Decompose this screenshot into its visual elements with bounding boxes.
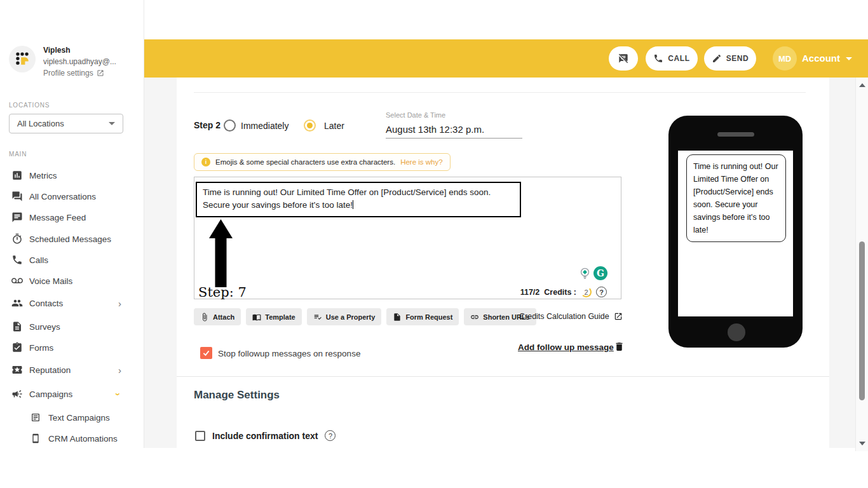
credits-calculation-guide-link[interactable]: Credits Calculation Guide	[519, 312, 623, 321]
credits-guide-label: Credits Calculation Guide	[519, 312, 609, 321]
sidebar-item-campaigns[interactable]: Campaigns ›	[0, 385, 144, 403]
datetime-input[interactable]: August 13th 12:32 p.m.	[386, 124, 484, 135]
composer-toolbar: Attach Template Use a Property Form Requ…	[194, 308, 536, 325]
arrow-up-annotation	[209, 219, 233, 287]
sidebar-item-label: Campaigns	[29, 390, 72, 399]
sidebar-item-label: Scheduled Messages	[29, 234, 111, 244]
scrollbar-thumb[interactable]	[859, 241, 865, 400]
credits-value: 2	[581, 287, 592, 297]
sidebar-item-label: Reputation	[29, 365, 71, 375]
user-avatar[interactable]: MD	[773, 46, 797, 71]
locations-select[interactable]: All Locations	[9, 114, 123, 133]
sidebar-item-scheduled-messages[interactable]: Scheduled Messages	[0, 230, 144, 248]
topbar: CALL SEND MD Account	[144, 39, 868, 78]
form-request-label: Form Request	[405, 313, 452, 321]
voicemail-icon	[11, 275, 23, 287]
template-button[interactable]: Template	[246, 308, 301, 325]
check-icon	[202, 349, 210, 357]
include-confirmation-label[interactable]: Include confirmation text	[212, 431, 318, 441]
profile-settings-link[interactable]: Profile settings	[43, 69, 104, 78]
form-request-button[interactable]: Form Request	[386, 308, 459, 325]
sidebar-item-surveys[interactable]: Surveys	[0, 318, 144, 336]
metrics-icon	[11, 170, 23, 181]
send-button-label: SEND	[726, 54, 749, 63]
stop-followup-label[interactable]: Stop followup messages on response	[218, 349, 360, 358]
divider	[177, 376, 829, 377]
sidebar-item-voice-mails[interactable]: Voice Mails	[0, 272, 144, 290]
form-doc-icon	[393, 313, 402, 322]
sidebar-item-calls[interactable]: Calls	[0, 251, 144, 269]
messages-off-button[interactable]	[609, 46, 638, 71]
send-button[interactable]: SEND	[704, 46, 756, 71]
external-link-icon	[614, 312, 623, 321]
locations-select-value: All Locations	[17, 119, 64, 128]
locations-section-label: LOCATIONS	[9, 102, 50, 109]
sidebar-item-metrics[interactable]: Metrics	[0, 166, 144, 184]
text-campaigns-icon	[31, 412, 42, 423]
profile-name: Viplesh	[43, 46, 70, 55]
include-confirmation-checkbox[interactable]	[195, 431, 205, 441]
use-a-property-button[interactable]: Use a Property	[307, 308, 382, 325]
help-icon[interactable]: ?	[596, 287, 607, 297]
external-link-icon	[97, 69, 104, 77]
radio-immediately-label[interactable]: Immediately	[241, 121, 288, 131]
use-a-property-label: Use a Property	[326, 313, 376, 321]
sidebar-item-label: Forms	[29, 343, 53, 353]
link-icon	[470, 313, 479, 322]
sidebar-item-crm-automations[interactable]: CRM Automations	[0, 430, 144, 447]
datetime-field-label: Select Date & Time	[386, 111, 445, 119]
message-textarea[interactable]: Time is running out! Our Limited Time Of…	[194, 177, 621, 299]
stop-followup-checkbox[interactable]	[200, 347, 212, 359]
sidebar-item-label: All Conversations	[29, 192, 96, 201]
conversations-icon	[11, 191, 23, 202]
book-icon	[252, 313, 261, 322]
datetime-underline	[386, 138, 522, 139]
phone-home-button	[728, 323, 745, 341]
add-follow-up-message-link[interactable]: Add follow up message	[518, 342, 614, 352]
sidebar-item-message-feed[interactable]: Message Feed	[0, 208, 144, 226]
scrollbar-up-arrow[interactable]	[859, 83, 865, 87]
list-check-icon	[313, 313, 322, 322]
contacts-icon	[11, 297, 23, 309]
sidebar-item-text-campaigns[interactable]: Text Campaigns	[0, 409, 144, 426]
sidebar: Viplesh viplesh.upadhyay@... Profile set…	[0, 0, 144, 448]
sidebar-item-label: Metrics	[29, 171, 57, 180]
radio-later[interactable]	[304, 119, 316, 132]
profile-settings-label: Profile settings	[43, 69, 93, 78]
divider	[194, 92, 806, 93]
help-icon[interactable]: ?	[325, 430, 336, 441]
account-menu[interactable]: Account	[802, 53, 852, 64]
brand-logo-icon	[13, 50, 32, 69]
chevron-right-icon: ›	[118, 365, 121, 376]
attach-button[interactable]: Attach	[194, 308, 241, 325]
sidebar-item-all-conversations[interactable]: All Conversations	[0, 187, 144, 205]
radio-immediately[interactable]	[224, 119, 236, 132]
smartphone-icon	[31, 433, 42, 444]
info-icon: i	[201, 158, 210, 166]
template-label: Template	[265, 313, 295, 321]
text-cursor	[353, 200, 353, 209]
radio-later-label[interactable]: Later	[324, 121, 344, 131]
brand-avatar[interactable]	[9, 46, 36, 72]
sidebar-item-reputation[interactable]: Reputation ›	[0, 361, 144, 379]
scrollbar	[855, 78, 868, 451]
sidebar-item-forms[interactable]: Forms	[0, 339, 144, 356]
phone-icon	[653, 53, 663, 64]
chat-off-icon	[618, 53, 628, 64]
phone-preview: Time is running out! Our Limited Time Of…	[668, 116, 803, 348]
chevron-down-icon	[846, 57, 852, 60]
sidebar-item-contacts[interactable]: Contacts ›	[0, 294, 144, 312]
timer-icon	[11, 233, 23, 245]
message-text: Time is running out! Our Limited Time Of…	[203, 187, 491, 210]
sidebar-item-label: CRM Automations	[48, 434, 118, 444]
delete-followup-button[interactable]	[614, 341, 625, 355]
sidebar-item-label: Surveys	[29, 322, 60, 332]
call-button[interactable]: CALL	[646, 46, 698, 71]
reputation-icon	[11, 364, 23, 376]
grammarly-widget[interactable]: G	[576, 264, 610, 283]
chevron-down-icon	[109, 122, 115, 125]
emoji-notice-banner: i Emojis & some special characters use e…	[194, 153, 451, 171]
scrollbar-down-arrow[interactable]	[859, 442, 865, 445]
here-is-why-link[interactable]: Here is why?	[400, 158, 442, 166]
message-highlight-annotation: Time is running out! Our Limited Time Of…	[196, 182, 521, 217]
